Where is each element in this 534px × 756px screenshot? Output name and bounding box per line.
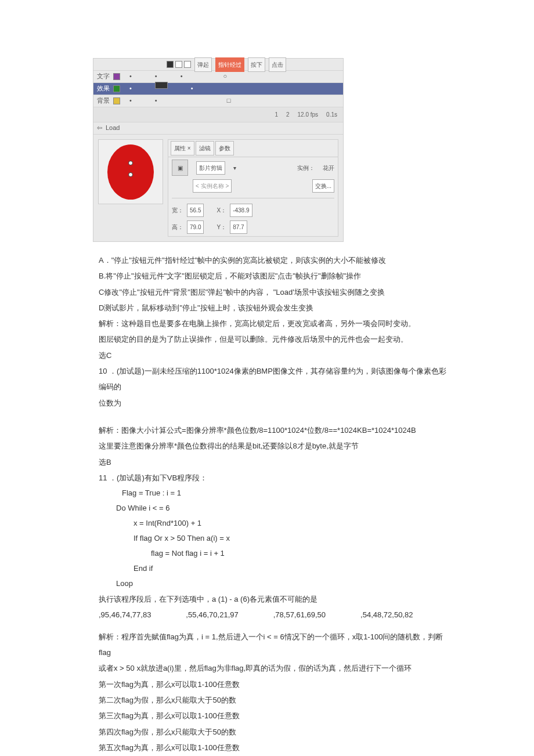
stage-preview (98, 139, 163, 204)
q11-line-2: 第二次flag为假，那么x只能取大于50的数 (99, 692, 453, 708)
symbol-thumb-icon: ▣ (172, 160, 188, 176)
q10-answer: 选B (99, 454, 453, 470)
q9-opt-c: C修改"停止"按钮元件"背景"图层"弹起"帧中的内容， "Load'场景中该按钮… (99, 284, 453, 300)
h-label: 高： (172, 221, 183, 233)
tl-time: 0.1s (326, 108, 337, 121)
q9-analysis-2: 图层锁定的目的是为了防止误操作，但是可以删除。元件修改后场景中的元件也会一起变动… (99, 331, 453, 347)
layer-bg[interactable]: 背景 ••□ (93, 95, 343, 107)
eye-icon (167, 61, 174, 68)
q9-analysis-1: 解析：这种题目也是要多在电脑上操作，宽高比锁定后，更改宽或者高，另外一项会同时变… (99, 316, 453, 331)
outline-icon (184, 61, 191, 68)
q9-answer: 选C (99, 348, 453, 363)
lock-icon (175, 61, 182, 68)
layer-text[interactable]: 文字 •••○ (93, 71, 343, 83)
q10-stem-2: 位数为 (99, 395, 453, 411)
q11-line-1: 第一次flag为真，那么x可以取1-100任意数 (99, 677, 453, 692)
q11-opt-c: ,78,57,61,69,50 (273, 607, 326, 623)
layer-effect[interactable]: 效果 •• (93, 83, 343, 95)
swap-button[interactable]: 交换... (312, 179, 334, 193)
q11-analysis-1: 解析：程序首先赋值flag为真，i = 1,然后进入一个i < = 6情况下的一… (99, 629, 453, 661)
code-line: Loop (116, 576, 453, 591)
code-line: End if (134, 561, 453, 576)
y-value[interactable]: 87.7 (230, 220, 247, 234)
tl-frame: 1 (275, 108, 278, 121)
q11-after: 执行该程序段后，在下列选项中，a (1) - a (6)各元素值不可能的是 (99, 591, 453, 607)
q11-line-3: 第三次flag为真，那么x可以取1-100任意数 (99, 708, 453, 724)
q9-opt-a: A．"停止"按钮元件"指针经过"帧中的实例的宽高比被锁定，则该实例的大小不能被修… (99, 252, 453, 268)
q9-opt-d: D测试影片，鼠标移动到"停止"按钮上时，该按钮外观会发生变换 (99, 300, 453, 316)
prop-tab-filters[interactable]: 滤镜 (196, 141, 214, 155)
q10-analysis-1: 解析：图像大小计算公式=图像分辨率*颜色位数/8=1100*1024*位数/8=… (99, 422, 453, 438)
q10-stem-1: 10 ．(加试题)一副未经压缩的1100*1024像素的BMP图像文件，其存储容… (99, 363, 453, 395)
w-label: 宽： (172, 204, 183, 216)
symbol-type[interactable]: 影片剪辑 (196, 161, 225, 175)
q11-stem: 11 ．(加试题)有如下VB程序段： (99, 470, 453, 486)
scene-bar: ⇦ Load (93, 122, 343, 135)
q11-opt-d: ,54,48,72,50,82 (360, 607, 413, 623)
q11-analysis-2: 或者x > 50 x就放进a(i)里，然后flag为非flag,即真的话为假，假… (99, 660, 453, 676)
x-value[interactable]: -438.9 (230, 204, 252, 217)
y-label: Y： (217, 221, 226, 233)
x-label: X： (217, 204, 226, 216)
timeline-footer: 1 2 12.0 fps 0.1s (93, 107, 343, 122)
code-line: flag = Not flag i = i + 1 (151, 546, 453, 561)
code-line: Flag = True : i = 1 (122, 486, 453, 501)
prop-tab-props[interactable]: 属性 × (171, 141, 194, 155)
w-value[interactable]: 56.5 (187, 204, 204, 217)
properties-panel: 属性 × 滤镜 参数 ▣ 影片剪辑 ▾ 实例： 花开 < 实例名称 > 交换..… (168, 139, 338, 237)
code-line: If flag Or x > 50 Then a(i) = x (134, 531, 453, 546)
instance-label: 实例： (297, 162, 315, 174)
code-line: Do While i < = 6 (116, 501, 453, 516)
instance-name: 花开 (323, 162, 334, 174)
layer-label: 背景 (97, 94, 110, 107)
q11-options: ,95,46,74,77,83 ,55,46,70,21,97 ,78,57,6… (99, 607, 453, 623)
q11-opt-a: ,95,46,74,77,83 (99, 607, 151, 623)
code-line: x = Int(Rnd*100) + 1 (134, 516, 453, 531)
prop-tab-params[interactable]: 参数 (215, 141, 234, 155)
q10-analysis-2: 这里要注意图像分辨率*颜色位数得出的结果是bit,还要除以8才是byte,就是字… (99, 438, 453, 454)
layer-label: 效果 (97, 82, 110, 95)
layer-label: 文字 (97, 70, 110, 83)
q11-line-4: 第四次flag为假，那么x只能取大于50的数 (99, 724, 453, 740)
h-value[interactable]: 79.0 (187, 220, 204, 234)
tl-fps: 12.0 fps (298, 108, 319, 121)
q11-line-5: 第五次flag为真，那么x可以取1-100任意数 (99, 740, 453, 755)
q9-opt-b: B.将"停止"按钮元件"文字"图层锁定后，不能对该图层"点击"帧执行"删除帧"操… (99, 268, 453, 284)
page: 弹起 指针经过 按下 点击 文字 •••○ 效果 •• 背景 ••□ (0, 0, 534, 756)
instance-name-field[interactable]: < 实例名称 > (193, 179, 232, 193)
scene-load[interactable]: Load (106, 121, 120, 135)
panel-header: 弹起 指针经过 按下 点击 (93, 59, 343, 71)
flash-panel: 弹起 指针经过 按下 点击 文字 •••○ 效果 •• 背景 ••□ (93, 58, 344, 242)
q11-opt-b: ,55,46,70,21,97 (186, 607, 238, 623)
q11-code: Flag = True : i = 1 Do While i < = 6 x =… (122, 486, 453, 591)
tl-total: 2 (286, 108, 290, 121)
